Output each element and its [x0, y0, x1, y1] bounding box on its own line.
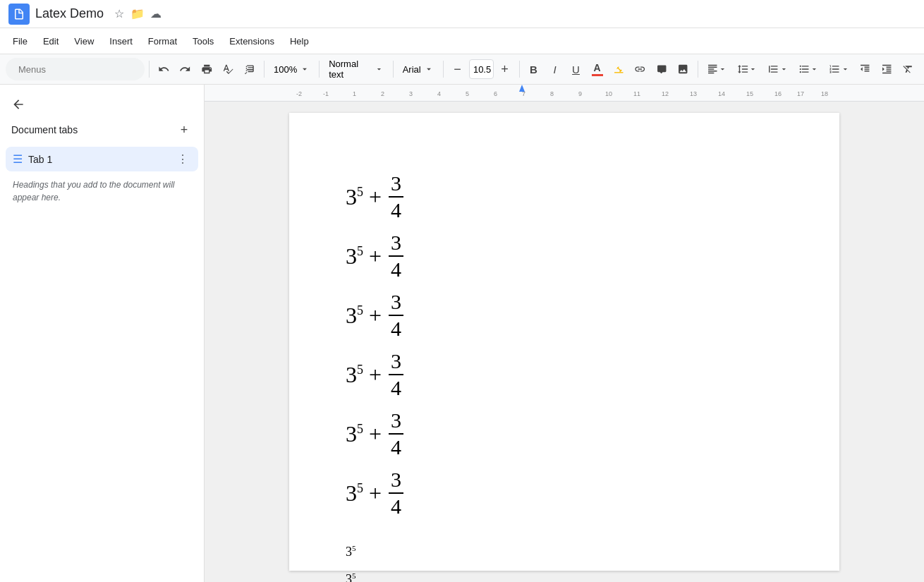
- menu-insert[interactable]: Insert: [102, 33, 140, 49]
- checklist-dropdown-icon: [779, 64, 789, 74]
- svg-text:13: 13: [690, 90, 697, 97]
- align-button[interactable]: [703, 58, 731, 80]
- title-bar: Latex Demo ☆ 📁 ☁: [0, 0, 924, 28]
- search-input[interactable]: [18, 64, 137, 75]
- font-size-input[interactable]: [470, 64, 494, 75]
- underline-button[interactable]: U: [566, 58, 586, 80]
- clear-formatting-icon: [902, 63, 914, 75]
- image-button[interactable]: [673, 58, 693, 80]
- back-button[interactable]: [6, 93, 198, 116]
- sep2: [264, 61, 265, 78]
- menu-bar: File Edit View Insert Format Tools Exten…: [0, 28, 924, 54]
- svg-text:4: 4: [437, 90, 441, 97]
- line-spacing-icon: [737, 63, 749, 75]
- svg-text:3: 3: [409, 90, 413, 97]
- zoom-value: 100%: [274, 64, 297, 75]
- math-row-6: 35 + 3 4: [346, 467, 783, 519]
- bold-button[interactable]: B: [524, 58, 544, 80]
- svg-text:16: 16: [774, 90, 782, 97]
- bullet-list-button[interactable]: [794, 58, 823, 80]
- decrease-indent-button[interactable]: [855, 58, 875, 80]
- align-dropdown-icon: [718, 64, 727, 74]
- comment-icon: [656, 63, 668, 75]
- math-row-4: 35 + 3 4: [346, 348, 783, 401]
- spacer2: [346, 564, 783, 568]
- math-small-row-2: 35: [346, 572, 783, 582]
- tab1-label: Tab 1: [28, 154, 174, 165]
- numbered-list-button[interactable]: [825, 58, 853, 80]
- sidebar-hint: Headings that you add to the document wi…: [6, 173, 198, 210]
- text-color-indicator: A: [592, 62, 603, 76]
- checklist-button[interactable]: [763, 58, 792, 80]
- svg-text:8: 8: [550, 90, 554, 97]
- zoom-select[interactable]: 100%: [269, 58, 315, 80]
- svg-text:-1: -1: [323, 90, 329, 97]
- undo-button[interactable]: [154, 58, 174, 80]
- spacer1: [346, 526, 783, 540]
- sep3: [319, 61, 320, 78]
- increase-indent-button[interactable]: [877, 58, 897, 80]
- frac-den-5: 4: [389, 435, 403, 460]
- ruler-inner: -2 -1 1 2 3 4 5 6 7 8 9 10 11 12 13 14 1: [289, 85, 839, 102]
- style-select[interactable]: Normal text: [324, 58, 389, 80]
- cloud-icon[interactable]: ☁: [149, 7, 163, 21]
- frac-num-1: 3: [389, 171, 403, 198]
- svg-marker-21: [519, 85, 525, 92]
- tab1-item[interactable]: ☰ Tab 1 ⋮: [6, 147, 198, 171]
- math-frac-6: 3 4: [389, 467, 403, 519]
- clear-formatting-button[interactable]: [898, 58, 918, 80]
- frac-num-4: 3: [389, 348, 403, 375]
- small-math-1: 35: [346, 545, 356, 559]
- undo-icon: [158, 63, 170, 75]
- font-size-decrease-button[interactable]: −: [448, 58, 468, 80]
- menu-format[interactable]: Format: [141, 33, 184, 49]
- print-button[interactable]: [197, 58, 217, 80]
- style-dropdown-icon: [375, 64, 384, 74]
- tab1-icon: ☰: [13, 152, 23, 166]
- sidebar-header: Document tabs +: [6, 119, 198, 141]
- paint-format-icon: [244, 63, 256, 75]
- doc-title: Latex Demo: [35, 6, 104, 21]
- tab1-more-button[interactable]: ⋮: [174, 151, 191, 167]
- svg-text:12: 12: [662, 90, 669, 97]
- bullet-dropdown-icon: [810, 64, 819, 74]
- highlight-button[interactable]: [609, 58, 629, 80]
- text-color-button[interactable]: A: [588, 58, 607, 80]
- checklist-icon: [767, 63, 779, 75]
- spell-check-button[interactable]: [218, 58, 238, 80]
- line-spacing-button[interactable]: [733, 58, 762, 80]
- bullet-list-icon: [798, 63, 810, 75]
- menu-help[interactable]: Help: [283, 33, 316, 49]
- search-box[interactable]: [6, 58, 145, 80]
- math-frac-5: 3 4: [389, 408, 403, 460]
- menu-edit[interactable]: Edit: [36, 33, 66, 49]
- svg-text:5: 5: [466, 90, 469, 97]
- math-frac-3: 3 4: [389, 289, 403, 341]
- ruler: -2 -1 1 2 3 4 5 6 7 8 9 10 11 12 13 14 1: [205, 85, 924, 102]
- folder-icon[interactable]: 📁: [130, 7, 145, 21]
- frac-num-3: 3: [389, 289, 403, 316]
- math-base-1: 35: [346, 184, 363, 210]
- comment-button[interactable]: [652, 58, 672, 80]
- document-page[interactable]: 35 + 3 4 35 + 3 4 35 +: [289, 113, 839, 571]
- menu-view[interactable]: View: [67, 33, 101, 49]
- redo-button[interactable]: [175, 58, 195, 80]
- font-select[interactable]: Arial: [398, 58, 439, 80]
- font-size-increase-button[interactable]: +: [495, 58, 515, 80]
- link-button[interactable]: [630, 58, 650, 80]
- menu-tools[interactable]: Tools: [186, 33, 221, 49]
- spellcheck-icon: [222, 63, 234, 75]
- star-icon[interactable]: ☆: [112, 7, 126, 21]
- numbered-list-icon: [829, 63, 841, 75]
- image-icon: [677, 63, 689, 75]
- add-tab-button[interactable]: +: [176, 121, 193, 138]
- math-base-5: 35: [346, 421, 363, 447]
- math-row-3: 35 + 3 4: [346, 289, 783, 341]
- italic-button[interactable]: I: [545, 58, 565, 80]
- paint-format-button[interactable]: [240, 58, 260, 80]
- menu-extensions[interactable]: Extensions: [222, 33, 281, 49]
- math-row-2: 35 + 3 4: [346, 230, 783, 282]
- menu-file[interactable]: File: [6, 33, 35, 49]
- math-small-row-1: 35: [346, 545, 783, 559]
- math-frac-4: 3 4: [389, 348, 403, 401]
